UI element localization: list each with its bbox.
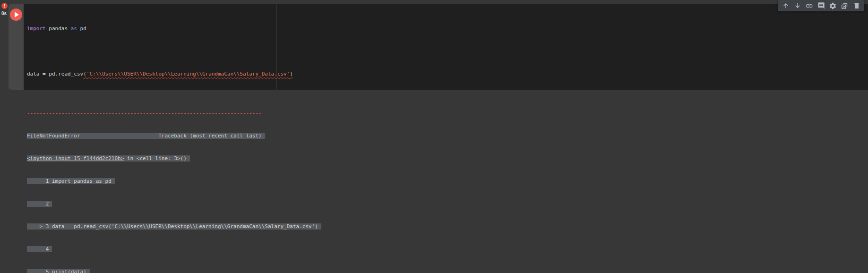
execution-time: 0s <box>0 11 8 17</box>
cell-gutter <box>9 4 24 90</box>
cell-line-ref: in <cell line: 3>() <box>124 155 186 162</box>
spacer <box>80 133 159 139</box>
traceback-source-ref: <ipython-input-15-f144dd2c210b> in <cell… <box>27 155 868 162</box>
traceback-line: 2 <box>27 200 868 208</box>
move-cell-down-button[interactable] <box>793 2 801 10</box>
trash-icon <box>853 2 860 9</box>
code-cell: import pandas as pd data = pd.read_csv('… <box>9 4 868 90</box>
code-text: data = pd.read_csv <box>27 71 83 77</box>
code-editor[interactable]: import pandas as pd data = pd.read_csv('… <box>24 4 868 90</box>
cell-toolbar <box>778 0 864 11</box>
comment-icon <box>817 2 825 9</box>
gear-icon <box>829 2 837 10</box>
code-text: pd <box>77 26 86 32</box>
exclamation-icon: ! <box>4 3 5 9</box>
error-type: FileNotFoundError <box>27 133 80 139</box>
traceback-line: 1 import pandas as pd <box>27 178 868 185</box>
traceback-label: Traceback (most recent call last) <box>158 133 262 139</box>
run-cell-button[interactable] <box>10 9 22 21</box>
traceback-line: 4 <box>27 246 868 253</box>
code-line: data = pd.read_csv('C:\\Users\\USER\\Des… <box>27 70 868 78</box>
ipython-input-link[interactable]: <ipython-input-15-f144dd2c210b> <box>27 155 124 162</box>
play-icon <box>15 12 19 17</box>
open-paren: ( <box>83 71 86 77</box>
link-icon <box>805 2 813 10</box>
mirror-cell-icon <box>841 2 849 10</box>
copy-link-to-cell-button[interactable] <box>805 2 813 10</box>
traceback-header: FileNotFoundError Traceback (most recent… <box>27 132 868 140</box>
file-path-string: 'C:\\Users\\USER\\Desktop\\Learning\\Gra… <box>86 71 290 77</box>
close-paren: ) <box>290 71 293 77</box>
traceback-line-error-arrow: ----> 3 data = pd.read_csv('C:\\Users\\U… <box>27 223 868 230</box>
cell-output: ----------------------------------------… <box>0 90 868 273</box>
code-text: pandas <box>46 26 71 32</box>
arrow-up-icon <box>782 2 790 9</box>
move-cell-up-button[interactable] <box>782 2 790 10</box>
keyword-as: as <box>71 26 77 32</box>
code-line: import pandas as pd <box>27 25 868 33</box>
traceback-line: 5 print(data) <box>27 268 868 273</box>
traceback-rule: ----------------------------------------… <box>27 110 868 117</box>
execution-error-badge: ! <box>1 3 8 9</box>
add-comment-button[interactable] <box>817 2 825 10</box>
open-editor-settings-button[interactable] <box>829 2 837 10</box>
code-line <box>27 48 868 55</box>
mirror-cell-in-tab-button[interactable] <box>841 2 849 10</box>
arrow-down-icon <box>794 2 801 9</box>
keyword-import: import <box>27 26 46 32</box>
delete-cell-button[interactable] <box>852 2 860 10</box>
